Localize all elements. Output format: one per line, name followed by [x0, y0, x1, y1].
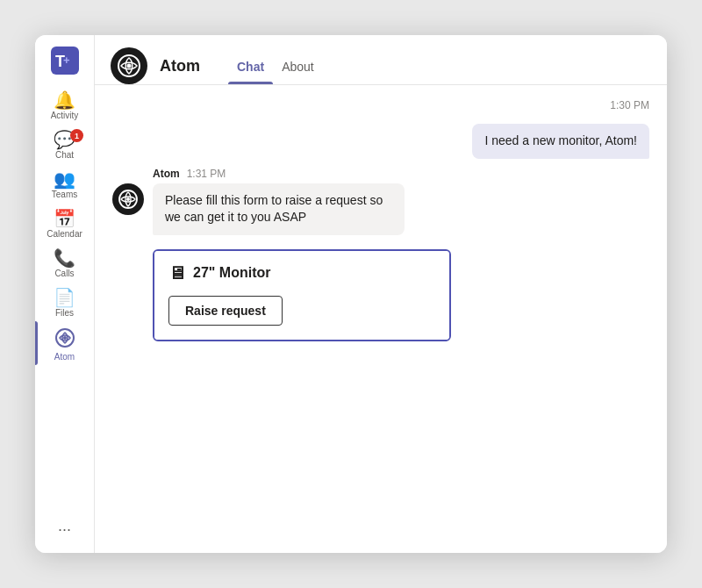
files-icon: 📄 — [54, 289, 75, 306]
sidebar-item-files[interactable]: 📄 Files — [35, 282, 94, 321]
sidebar-item-calendar[interactable]: 📅 Calendar — [35, 203, 94, 242]
svg-point-6 — [127, 64, 132, 68]
calendar-icon: 📅 — [54, 210, 75, 227]
more-icon: ... — [58, 517, 71, 535]
teams-logo: T + — [48, 44, 82, 77]
tab-about[interactable]: About — [273, 60, 323, 84]
sidebar-item-label-files: Files — [55, 308, 74, 318]
calls-icon: 📞 — [54, 249, 75, 267]
outgoing-message-text: I need a new monitor, Atom! — [484, 133, 637, 147]
tab-chat[interactable]: Chat — [228, 60, 273, 84]
monitor-card: 🖥 27" Monitor Raise request — [153, 249, 451, 341]
chat-badge: 1 — [70, 129, 83, 142]
incoming-message-row: Atom 1:31 PM Please fill this form to ra… — [112, 168, 649, 235]
bot-avatar-header — [111, 47, 147, 84]
sidebar-item-atom[interactable]: Atom — [35, 321, 94, 365]
svg-point-8 — [126, 197, 130, 201]
teams-icon: 👥 — [54, 170, 75, 188]
bot-name-time: Atom 1:31 PM — [153, 168, 540, 180]
incoming-message-text: Please fill this form to raise a request… — [165, 193, 383, 225]
sidebar-item-label-chat: Chat — [55, 150, 74, 160]
sidebar-item-label-atom: Atom — [54, 352, 75, 362]
sidebar: T + 🔔 Activity 💬 Chat 1 👥 Teams 📅 Calend… — [35, 35, 95, 553]
sidebar-item-label-activity: Activity — [51, 111, 79, 120]
chat-header: Atom Chat About — [95, 35, 667, 85]
header-tabs: Chat About — [228, 47, 323, 84]
app-window: T + 🔔 Activity 💬 Chat 1 👥 Teams 📅 Calend… — [35, 35, 667, 553]
incoming-timestamp: 1:31 PM — [187, 168, 226, 180]
sidebar-item-activity[interactable]: 🔔 Activity — [35, 84, 94, 124]
svg-point-4 — [63, 336, 67, 340]
header-bot-name: Atom — [160, 57, 200, 75]
bot-avatar-msg — [112, 183, 144, 215]
main-content: Atom Chat About 1:30 PM I need a new mon… — [95, 35, 667, 553]
sidebar-item-teams[interactable]: 👥 Teams — [35, 163, 94, 203]
sidebar-item-label-calls: Calls — [54, 269, 74, 278]
activity-icon: 🔔 — [54, 91, 75, 109]
sidebar-more[interactable]: ... — [35, 510, 94, 542]
raise-request-button[interactable]: Raise request — [168, 296, 283, 326]
sidebar-item-chat[interactable]: 💬 Chat 1 — [35, 124, 94, 163]
outgoing-message-row: I need a new monitor, Atom! — [112, 124, 649, 159]
sidebar-item-label-calendar: Calendar — [47, 229, 82, 239]
svg-text:+: + — [63, 54, 70, 67]
active-indicator — [35, 321, 38, 365]
card-content: 🖥 27" Monitor Raise request — [154, 251, 449, 340]
sidebar-item-label-teams: Teams — [52, 190, 77, 199]
card-title-text: 27" Monitor — [193, 265, 270, 281]
incoming-message-bubble: Please fill this form to raise a request… — [153, 183, 405, 235]
bot-message-col: Atom 1:31 PM Please fill this form to ra… — [153, 168, 540, 235]
atom-sidebar-icon — [55, 328, 75, 350]
outgoing-timestamp: 1:30 PM — [112, 99, 649, 111]
messages-area: 1:30 PM I need a new monitor, Atom! — [95, 85, 667, 553]
bot-name-label: Atom — [153, 168, 180, 180]
outgoing-message-bubble: I need a new monitor, Atom! — [472, 124, 649, 159]
monitor-icon: 🖥 — [168, 263, 186, 283]
card-title: 🖥 27" Monitor — [168, 263, 435, 283]
sidebar-item-calls[interactable]: 📞 Calls — [35, 242, 94, 282]
